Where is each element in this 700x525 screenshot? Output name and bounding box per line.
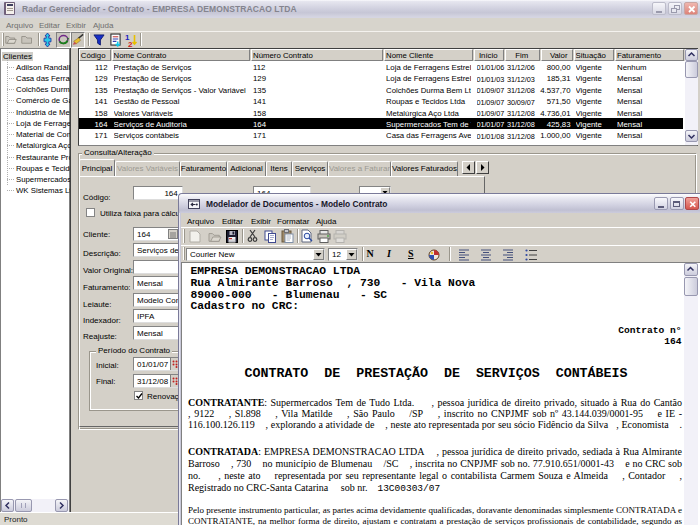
svg-text:2: 2 [128,39,133,48]
